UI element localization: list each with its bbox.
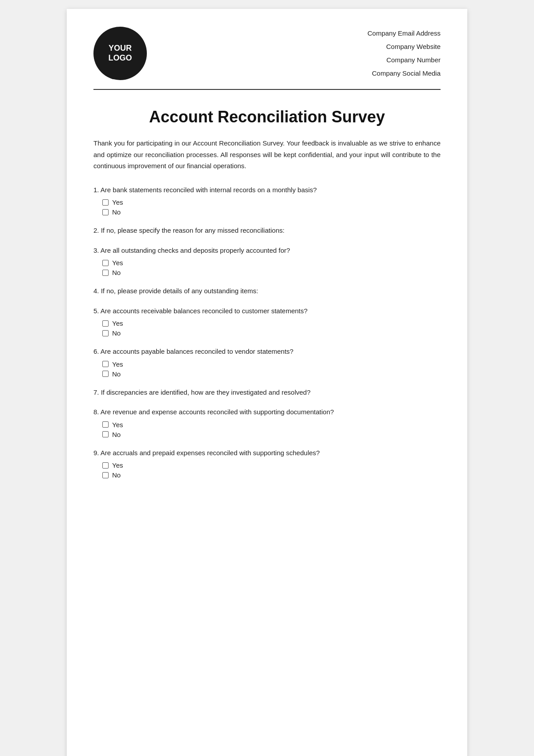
question-1-option-0[interactable]: Yes (102, 198, 441, 206)
option-label: Yes (112, 421, 123, 429)
checkbox-icon[interactable] (102, 472, 109, 478)
checkbox-icon[interactable] (102, 260, 109, 266)
checkbox-icon[interactable] (102, 361, 109, 367)
company-number: Company Number (368, 53, 441, 67)
option-label: No (112, 370, 121, 378)
company-social: Company Social Media (368, 67, 441, 80)
question-block: 6. Are accounts payable balances reconci… (93, 347, 441, 378)
question-1-options: YesNo (102, 198, 441, 216)
question-3-options: YesNo (102, 259, 441, 276)
question-3-option-1[interactable]: No (102, 269, 441, 276)
question-7-text: 7. If discrepancies are identified, how … (93, 388, 441, 398)
question-9-options: YesNo (102, 461, 441, 479)
question-1-option-1[interactable]: No (102, 208, 441, 216)
option-label: No (112, 431, 121, 438)
survey-title: Account Reconciliation Survey (93, 108, 441, 126)
checkbox-icon[interactable] (102, 462, 109, 469)
checkbox-icon[interactable] (102, 431, 109, 437)
option-label: No (112, 471, 121, 479)
question-9-text: 9. Are accruals and prepaid expenses rec… (93, 448, 441, 458)
checkbox-icon[interactable] (102, 209, 109, 215)
option-label: Yes (112, 198, 123, 206)
checkbox-icon[interactable] (102, 320, 109, 327)
question-block: 5. Are accounts receivable balances reco… (93, 306, 441, 337)
company-website: Company Website (368, 40, 441, 53)
question-1-text: 1. Are bank statements reconciled with i… (93, 185, 441, 195)
question-6-option-0[interactable]: Yes (102, 360, 441, 368)
option-label: No (112, 329, 121, 337)
question-6-options: YesNo (102, 360, 441, 378)
option-label: Yes (112, 259, 123, 267)
question-block: 7. If discrepancies are identified, how … (93, 388, 441, 398)
page: YOUR LOGO Company Email Address Company … (67, 9, 467, 756)
question-block: 4. If no, please provide details of any … (93, 286, 441, 296)
option-label: No (112, 208, 121, 216)
question-6-option-1[interactable]: No (102, 370, 441, 378)
logo-line1: YOUR (109, 44, 132, 53)
question-8-text: 8. Are revenue and expense accounts reco… (93, 407, 441, 417)
survey-intro: Thank you for participating in our Accou… (93, 137, 441, 172)
question-block: 8. Are revenue and expense accounts reco… (93, 407, 441, 438)
header: YOUR LOGO Company Email Address Company … (93, 27, 441, 90)
logo-line2: LOGO (109, 53, 132, 63)
option-label: Yes (112, 319, 123, 327)
question-9-option-0[interactable]: Yes (102, 461, 441, 469)
question-block: 1. Are bank statements reconciled with i… (93, 185, 441, 216)
question-3-option-0[interactable]: Yes (102, 259, 441, 267)
checkbox-icon[interactable] (102, 330, 109, 336)
question-2-text: 2. If no, please specify the reason for … (93, 226, 441, 236)
checkbox-icon[interactable] (102, 199, 109, 206)
option-label: No (112, 269, 121, 276)
question-6-text: 6. Are accounts payable balances reconci… (93, 347, 441, 357)
question-5-option-1[interactable]: No (102, 329, 441, 337)
question-8-options: YesNo (102, 421, 441, 438)
checkbox-icon[interactable] (102, 421, 109, 428)
question-8-option-1[interactable]: No (102, 431, 441, 438)
option-label: Yes (112, 461, 123, 469)
checkbox-icon[interactable] (102, 371, 109, 377)
company-email: Company Email Address (368, 27, 441, 40)
question-block: 9. Are accruals and prepaid expenses rec… (93, 448, 441, 479)
question-5-option-0[interactable]: Yes (102, 319, 441, 327)
checkbox-icon[interactable] (102, 270, 109, 276)
question-3-text: 3. Are all outstanding checks and deposi… (93, 246, 441, 256)
question-4-text: 4. If no, please provide details of any … (93, 286, 441, 296)
question-9-option-1[interactable]: No (102, 471, 441, 479)
question-block: 3. Are all outstanding checks and deposi… (93, 246, 441, 277)
company-logo: YOUR LOGO (93, 27, 147, 80)
question-5-options: YesNo (102, 319, 441, 337)
option-label: Yes (112, 360, 123, 368)
question-8-option-0[interactable]: Yes (102, 421, 441, 429)
question-block: 2. If no, please specify the reason for … (93, 226, 441, 236)
question-5-text: 5. Are accounts receivable balances reco… (93, 306, 441, 316)
company-info: Company Email Address Company Website Co… (368, 27, 441, 80)
questions-container: 1. Are bank statements reconciled with i… (93, 185, 441, 479)
